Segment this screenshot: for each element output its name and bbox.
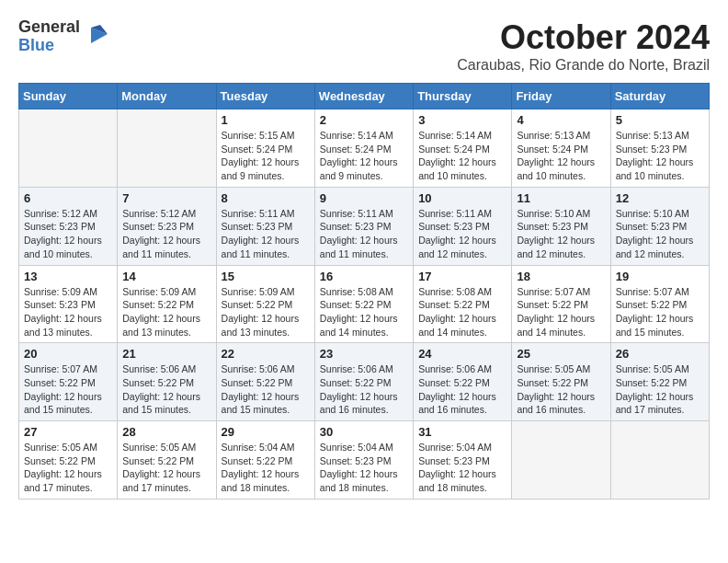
calendar-cell: 16Sunrise: 5:08 AM Sunset: 5:22 PM Dayli… bbox=[314, 265, 413, 343]
page-header: General Blue October 2024 Caraubas, Rio … bbox=[18, 18, 710, 74]
day-info: Sunrise: 5:04 AM Sunset: 5:23 PM Dayligh… bbox=[320, 441, 408, 495]
day-info: Sunrise: 5:11 AM Sunset: 5:23 PM Dayligh… bbox=[222, 207, 310, 261]
day-number: 30 bbox=[320, 425, 408, 439]
day-info: Sunrise: 5:05 AM Sunset: 5:22 PM Dayligh… bbox=[24, 441, 112, 495]
day-info: Sunrise: 5:08 AM Sunset: 5:22 PM Dayligh… bbox=[320, 285, 408, 339]
day-info: Sunrise: 5:14 AM Sunset: 5:24 PM Dayligh… bbox=[320, 129, 408, 183]
day-info: Sunrise: 5:10 AM Sunset: 5:23 PM Dayligh… bbox=[616, 207, 704, 261]
day-number: 20 bbox=[24, 347, 112, 361]
calendar-day-header: Wednesday bbox=[314, 84, 413, 109]
day-number: 14 bbox=[122, 270, 210, 283]
day-info: Sunrise: 5:13 AM Sunset: 5:24 PM Dayligh… bbox=[517, 129, 605, 183]
day-number: 27 bbox=[24, 425, 112, 439]
day-info: Sunrise: 5:09 AM Sunset: 5:23 PM Dayligh… bbox=[24, 285, 112, 339]
day-info: Sunrise: 5:09 AM Sunset: 5:22 PM Dayligh… bbox=[122, 285, 210, 339]
calendar-cell bbox=[19, 109, 118, 188]
logo-general: General bbox=[18, 18, 80, 37]
calendar-cell: 1Sunrise: 5:15 AM Sunset: 5:24 PM Daylig… bbox=[216, 109, 314, 188]
calendar-cell: 31Sunrise: 5:04 AM Sunset: 5:23 PM Dayli… bbox=[414, 421, 512, 500]
calendar-cell: 5Sunrise: 5:13 AM Sunset: 5:23 PM Daylig… bbox=[610, 109, 709, 188]
calendar-cell: 21Sunrise: 5:06 AM Sunset: 5:22 PM Dayli… bbox=[118, 343, 216, 421]
month-title: October 2024 bbox=[457, 18, 710, 57]
calendar-cell bbox=[610, 421, 709, 500]
day-number: 19 bbox=[616, 270, 704, 283]
day-number: 3 bbox=[418, 113, 506, 127]
calendar-cell: 13Sunrise: 5:09 AM Sunset: 5:23 PM Dayli… bbox=[19, 265, 118, 343]
day-info: Sunrise: 5:07 AM Sunset: 5:22 PM Dayligh… bbox=[517, 285, 605, 339]
day-info: Sunrise: 5:06 AM Sunset: 5:22 PM Dayligh… bbox=[222, 362, 310, 417]
logo-blue: Blue bbox=[18, 37, 80, 55]
logo-icon bbox=[82, 23, 109, 51]
day-number: 5 bbox=[616, 113, 704, 127]
calendar-cell: 29Sunrise: 5:04 AM Sunset: 5:22 PM Dayli… bbox=[216, 421, 314, 500]
day-info: Sunrise: 5:11 AM Sunset: 5:23 PM Dayligh… bbox=[418, 207, 506, 261]
calendar-cell bbox=[512, 421, 610, 500]
calendar-cell: 24Sunrise: 5:06 AM Sunset: 5:22 PM Dayli… bbox=[414, 343, 512, 421]
location-subtitle: Caraubas, Rio Grande do Norte, Brazil bbox=[457, 57, 710, 74]
day-info: Sunrise: 5:04 AM Sunset: 5:22 PM Dayligh… bbox=[222, 441, 310, 495]
day-number: 21 bbox=[122, 347, 210, 361]
day-number: 10 bbox=[418, 191, 506, 205]
calendar-cell: 10Sunrise: 5:11 AM Sunset: 5:23 PM Dayli… bbox=[414, 187, 512, 265]
day-info: Sunrise: 5:08 AM Sunset: 5:22 PM Dayligh… bbox=[418, 285, 506, 339]
title-area: October 2024 Caraubas, Rio Grande do Nor… bbox=[457, 18, 710, 74]
day-number: 2 bbox=[320, 113, 408, 127]
day-info: Sunrise: 5:05 AM Sunset: 5:22 PM Dayligh… bbox=[122, 441, 210, 495]
calendar-cell: 26Sunrise: 5:05 AM Sunset: 5:22 PM Dayli… bbox=[610, 343, 709, 421]
day-info: Sunrise: 5:04 AM Sunset: 5:23 PM Dayligh… bbox=[418, 441, 506, 495]
calendar-cell: 8Sunrise: 5:11 AM Sunset: 5:23 PM Daylig… bbox=[216, 187, 314, 265]
day-info: Sunrise: 5:12 AM Sunset: 5:23 PM Dayligh… bbox=[24, 207, 112, 261]
day-number: 12 bbox=[616, 191, 704, 205]
day-number: 4 bbox=[517, 113, 605, 127]
day-number: 31 bbox=[418, 425, 506, 439]
calendar-cell: 3Sunrise: 5:14 AM Sunset: 5:24 PM Daylig… bbox=[414, 109, 512, 188]
day-info: Sunrise: 5:06 AM Sunset: 5:22 PM Dayligh… bbox=[418, 362, 506, 417]
calendar-header-row: SundayMondayTuesdayWednesdayThursdayFrid… bbox=[19, 84, 710, 109]
calendar-cell: 14Sunrise: 5:09 AM Sunset: 5:22 PM Dayli… bbox=[118, 265, 216, 343]
day-info: Sunrise: 5:15 AM Sunset: 5:24 PM Dayligh… bbox=[222, 129, 310, 183]
calendar-week-row: 27Sunrise: 5:05 AM Sunset: 5:22 PM Dayli… bbox=[19, 421, 710, 500]
calendar-cell: 4Sunrise: 5:13 AM Sunset: 5:24 PM Daylig… bbox=[512, 109, 610, 188]
day-number: 9 bbox=[320, 191, 408, 205]
day-number: 13 bbox=[24, 270, 112, 283]
calendar-cell: 27Sunrise: 5:05 AM Sunset: 5:22 PM Dayli… bbox=[19, 421, 118, 500]
calendar-cell: 9Sunrise: 5:11 AM Sunset: 5:23 PM Daylig… bbox=[314, 187, 413, 265]
day-number: 7 bbox=[122, 191, 210, 205]
calendar-cell: 11Sunrise: 5:10 AM Sunset: 5:23 PM Dayli… bbox=[512, 187, 610, 265]
calendar-cell: 2Sunrise: 5:14 AM Sunset: 5:24 PM Daylig… bbox=[314, 109, 413, 188]
calendar-cell: 23Sunrise: 5:06 AM Sunset: 5:22 PM Dayli… bbox=[314, 343, 413, 421]
day-number: 17 bbox=[418, 270, 506, 283]
day-number: 15 bbox=[222, 270, 310, 283]
calendar-day-header: Saturday bbox=[610, 84, 709, 109]
calendar-day-header: Friday bbox=[512, 84, 610, 109]
day-number: 6 bbox=[24, 191, 112, 205]
calendar-cell: 22Sunrise: 5:06 AM Sunset: 5:22 PM Dayli… bbox=[216, 343, 314, 421]
day-number: 29 bbox=[222, 425, 310, 439]
day-info: Sunrise: 5:07 AM Sunset: 5:22 PM Dayligh… bbox=[616, 285, 704, 339]
day-number: 23 bbox=[320, 347, 408, 361]
calendar-day-header: Sunday bbox=[19, 84, 118, 109]
day-number: 28 bbox=[122, 425, 210, 439]
day-number: 1 bbox=[222, 113, 310, 127]
calendar-table: SundayMondayTuesdayWednesdayThursdayFrid… bbox=[18, 83, 710, 500]
calendar-day-header: Monday bbox=[118, 84, 216, 109]
day-info: Sunrise: 5:06 AM Sunset: 5:22 PM Dayligh… bbox=[122, 362, 210, 417]
calendar-week-row: 1Sunrise: 5:15 AM Sunset: 5:24 PM Daylig… bbox=[19, 109, 710, 188]
day-number: 11 bbox=[517, 191, 605, 205]
calendar-cell: 25Sunrise: 5:05 AM Sunset: 5:22 PM Dayli… bbox=[512, 343, 610, 421]
day-info: Sunrise: 5:10 AM Sunset: 5:23 PM Dayligh… bbox=[517, 207, 605, 261]
day-info: Sunrise: 5:05 AM Sunset: 5:22 PM Dayligh… bbox=[517, 362, 605, 417]
calendar-cell: 12Sunrise: 5:10 AM Sunset: 5:23 PM Dayli… bbox=[610, 187, 709, 265]
day-number: 18 bbox=[517, 270, 605, 283]
calendar-day-header: Thursday bbox=[414, 84, 512, 109]
day-info: Sunrise: 5:09 AM Sunset: 5:22 PM Dayligh… bbox=[222, 285, 310, 339]
calendar-cell: 20Sunrise: 5:07 AM Sunset: 5:22 PM Dayli… bbox=[19, 343, 118, 421]
day-number: 8 bbox=[222, 191, 310, 205]
day-number: 24 bbox=[418, 347, 506, 361]
calendar-week-row: 20Sunrise: 5:07 AM Sunset: 5:22 PM Dayli… bbox=[19, 343, 710, 421]
calendar-day-header: Tuesday bbox=[216, 84, 314, 109]
calendar-cell: 15Sunrise: 5:09 AM Sunset: 5:22 PM Dayli… bbox=[216, 265, 314, 343]
calendar-cell: 17Sunrise: 5:08 AM Sunset: 5:22 PM Dayli… bbox=[414, 265, 512, 343]
calendar-cell bbox=[118, 109, 216, 188]
day-number: 16 bbox=[320, 270, 408, 283]
